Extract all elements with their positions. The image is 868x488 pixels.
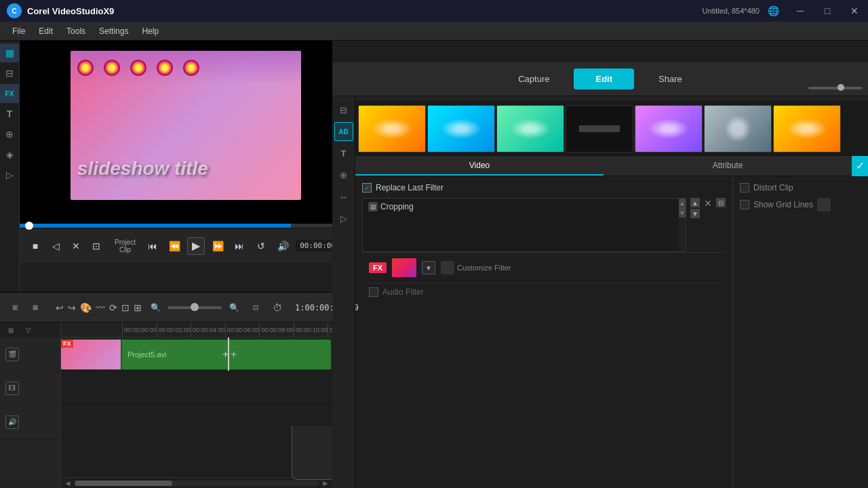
tab-check-button[interactable]: ✓ <box>852 156 868 176</box>
transition-button[interactable]: ⊕ <box>0 125 19 144</box>
customize-filter-label: Customize Filter <box>457 264 511 272</box>
track-label-overlay: 🎞 <box>0 371 60 405</box>
maximize-button[interactable]: □ <box>814 0 841 22</box>
tl-tool-1[interactable]: ⊞ <box>5 298 24 317</box>
overlay-track-row[interactable]: Double click to the video track <box>61 371 332 405</box>
rewind-button[interactable]: ⏪ <box>165 237 183 255</box>
next-button[interactable]: ⏭ <box>231 237 248 255</box>
minimize-button[interactable]: ─ <box>787 0 814 22</box>
stop-button[interactable]: ■ <box>26 237 44 255</box>
thumb-7[interactable] <box>773 105 841 152</box>
close-button[interactable]: ✕ <box>841 0 868 22</box>
rp-left-icons: ▦ ⊟ AB T ⊕ ↔ ▷ <box>332 75 355 488</box>
tab-edit[interactable]: Edit <box>574 68 634 89</box>
size-slider-handle[interactable] <box>837 84 844 91</box>
thumb-3[interactable] <box>496 105 564 152</box>
scroll-left[interactable]: ◄ <box>61 479 75 488</box>
window-controls: 🌐 ─ □ ✕ <box>760 0 868 22</box>
replace-last-filter-checkbox[interactable]: ✓ <box>362 183 372 192</box>
play-button[interactable]: ▶ <box>187 237 205 255</box>
menu-edit[interactable]: Edit <box>32 24 60 39</box>
grid-settings-icon[interactable] <box>817 198 831 211</box>
customize-filter-button[interactable]: Customize Filter <box>441 261 511 274</box>
fast-forward-button[interactable]: ⏩ <box>209 237 226 255</box>
fx-dropdown-small[interactable]: ▼ <box>422 261 435 274</box>
filter-item-cropping[interactable]: ▤ Cropping <box>364 200 684 214</box>
timeline-settings[interactable]: ⏱ <box>268 298 287 317</box>
snapshot-button[interactable]: ⊡ <box>87 237 105 255</box>
video-clip[interactable]: FX Project5.avi <box>61 340 331 369</box>
filter-move-down[interactable]: ▼ <box>690 209 700 218</box>
tab-share[interactable]: Share <box>637 68 704 89</box>
zoom-fit[interactable]: ⊡ <box>246 298 265 317</box>
timeline-toolbar: ⊞ ⊠ ↩ ↪ 🎨 〰 ⟳ ⊡ ⊞ 🔍 <box>0 293 332 323</box>
tab-video[interactable]: Video <box>355 157 604 176</box>
thumb-5[interactable] <box>635 105 703 152</box>
rp-instant-icon[interactable]: ⊟ <box>334 100 353 119</box>
filter-move-up[interactable]: ▲ <box>690 198 700 207</box>
filter-button[interactable]: ◈ <box>0 145 19 164</box>
video-track-row[interactable]: FX Project5.avi + <box>61 338 332 371</box>
tl-clip-info[interactable]: ⊞ <box>134 298 142 317</box>
filter-list: ▤ Cropping ▲ ▼ <box>362 198 686 252</box>
filter-options[interactable]: ⊟ <box>716 198 726 207</box>
thumb-6[interactable] <box>704 105 772 152</box>
tl-expand[interactable]: ▽ <box>20 323 37 338</box>
menu-tools[interactable]: Tools <box>60 24 92 39</box>
filter-item-label: Cropping <box>380 202 414 211</box>
zoom-out[interactable]: 🔍 <box>146 298 165 317</box>
scrollbar-thumb[interactable] <box>75 481 172 486</box>
menu-file[interactable]: File <box>5 24 32 39</box>
rp-transition-icon[interactable]: ⊕ <box>334 165 353 184</box>
rp-filter-icon[interactable]: ↔ <box>334 187 353 206</box>
delete-button[interactable]: ✕ <box>67 237 85 255</box>
media-button[interactable]: ▦ <box>0 43 19 62</box>
timeline-ruler: 00:00:00:00 00:00:02:00 00:00:04:00 00:0… <box>61 323 332 338</box>
tab-capture[interactable]: Capture <box>496 68 571 89</box>
timecode-display: 00:00:00;00 <box>296 240 332 251</box>
filter-scroll-down[interactable]: ▼ <box>679 208 686 218</box>
size-slider[interactable] <box>808 87 863 89</box>
menu-settings[interactable]: Settings <box>92 24 135 39</box>
tab-attribute[interactable]: Attribute <box>604 157 852 176</box>
ruler-mark-2: 00:00:04:00 <box>191 323 225 338</box>
zoom-slider-handle[interactable] <box>191 303 199 311</box>
menu-help[interactable]: Help <box>135 24 165 39</box>
rp-track-icon[interactable]: ▷ <box>334 209 353 228</box>
rp-fx-icon[interactable]: AB <box>334 122 353 141</box>
fx-button[interactable]: FX <box>0 84 19 103</box>
globe-button[interactable]: 🌐 <box>760 0 787 22</box>
preview-scrubber[interactable] <box>20 224 332 228</box>
horizontal-scrollbar[interactable] <box>75 481 319 486</box>
tl-redo[interactable]: ↪ <box>68 298 76 317</box>
tl-add-track[interactable]: ⊞ <box>3 323 19 338</box>
show-grid-checkbox[interactable] <box>740 200 749 209</box>
tl-color[interactable]: 🎨 <box>80 298 92 317</box>
title-button[interactable]: T <box>0 104 19 123</box>
app-title: Corel VideoStudioX9 <box>27 6 114 16</box>
prev-frame-button[interactable]: ◁ <box>47 237 64 255</box>
tl-audio-wave[interactable]: 〰 <box>96 298 105 317</box>
tl-grid[interactable]: ⊡ <box>121 298 130 317</box>
tl-tool-2[interactable]: ⊠ <box>26 298 45 317</box>
tl-undo[interactable]: ↩ <box>56 298 64 317</box>
volume-button[interactable]: 🔊 <box>274 237 292 255</box>
repeat-button[interactable]: ↺ <box>252 237 270 255</box>
audio-track-row[interactable] <box>61 405 332 426</box>
thumb-1[interactable] <box>358 105 426 152</box>
tl-refresh[interactable]: ⟳ <box>109 298 117 317</box>
rp-title-icon[interactable]: T <box>334 144 353 163</box>
thumb-2[interactable] <box>427 105 495 152</box>
filter-delete[interactable]: ✕ <box>703 198 713 209</box>
preview-scrubber-handle[interactable] <box>25 222 33 230</box>
track-motion-button[interactable]: ▷ <box>0 165 19 184</box>
zoom-in[interactable]: 🔍 <box>224 298 243 317</box>
audio-filter-checkbox[interactable] <box>369 287 378 297</box>
fx-label: FX <box>373 264 382 272</box>
thumb-4[interactable] <box>566 105 633 152</box>
zoom-slider[interactable] <box>167 306 222 309</box>
prev-button[interactable]: ⏮ <box>144 237 161 255</box>
filter-scroll-up[interactable]: ▲ <box>679 199 686 208</box>
instant-project-button[interactable]: ⊟ <box>0 64 19 83</box>
distort-clip-checkbox[interactable] <box>740 183 749 192</box>
